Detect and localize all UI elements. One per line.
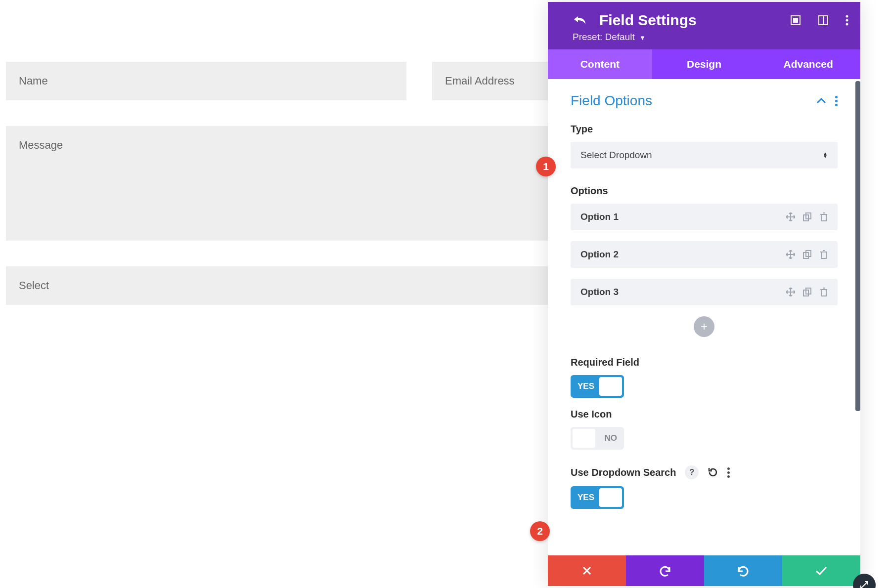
toggle-knob xyxy=(573,429,595,448)
save-button[interactable] xyxy=(782,555,860,586)
use-dropdown-search-row: Use Dropdown Search ? xyxy=(571,465,838,479)
use-dropdown-search-toggle[interactable]: YES xyxy=(571,486,624,509)
field-settings-panel: Field Settings Preset: Default ▼ Content… xyxy=(548,2,860,586)
toggle-knob xyxy=(599,488,622,507)
tab-content[interactable]: Content xyxy=(548,49,652,79)
preset-label: Preset: Default xyxy=(573,32,635,42)
option-actions xyxy=(786,288,828,296)
use-icon-label: Use Icon xyxy=(571,409,838,420)
chevron-up-icon[interactable] xyxy=(816,97,826,104)
expand-icon[interactable] xyxy=(790,15,801,26)
select-placeholder: Select xyxy=(19,279,49,292)
svg-point-5 xyxy=(846,19,848,22)
section-header: Field Options xyxy=(571,93,838,109)
name-placeholder: Name xyxy=(19,75,48,87)
option-label: Option 1 xyxy=(580,211,619,222)
panel-footer xyxy=(548,555,860,586)
required-field-label: Required Field xyxy=(571,357,838,368)
select-field[interactable]: Select xyxy=(6,266,639,305)
panel-header: Field Settings Preset: Default ▼ xyxy=(548,2,860,49)
annotation-dot-2: 2 xyxy=(530,521,550,541)
option-actions xyxy=(786,250,828,259)
option-label: Option 2 xyxy=(580,249,619,260)
scrollbar[interactable] xyxy=(855,81,860,411)
columns-icon[interactable] xyxy=(818,15,829,26)
move-icon[interactable] xyxy=(786,212,795,221)
setting-kebab-icon[interactable] xyxy=(727,467,730,478)
move-icon[interactable] xyxy=(786,250,795,259)
use-dropdown-search-label: Use Dropdown Search xyxy=(571,467,676,478)
tab-design[interactable]: Design xyxy=(652,49,756,79)
svg-line-30 xyxy=(861,582,868,588)
section-kebab-icon[interactable] xyxy=(835,96,838,106)
move-icon[interactable] xyxy=(786,288,795,296)
toggle-knob xyxy=(599,377,622,396)
tab-advanced[interactable]: Advanced xyxy=(756,49,860,79)
add-option-button[interactable]: + xyxy=(694,316,714,337)
section-title[interactable]: Field Options xyxy=(571,93,652,109)
option-label: Option 3 xyxy=(580,287,619,297)
field-type-select[interactable]: Select Dropdown ▲▼ xyxy=(571,142,838,168)
panel-tabs: Content Design Advanced xyxy=(548,49,860,79)
required-toggle[interactable]: YES xyxy=(571,375,624,398)
field-type-value: Select Dropdown xyxy=(580,150,652,161)
type-label: Type xyxy=(571,124,838,135)
panel-title: Field Settings xyxy=(599,12,697,29)
svg-point-6 xyxy=(846,23,848,26)
message-field[interactable]: Message xyxy=(6,126,639,241)
help-icon[interactable]: ? xyxy=(685,465,699,479)
email-placeholder: Email Address xyxy=(445,75,515,87)
reset-icon[interactable] xyxy=(708,467,718,478)
trash-icon[interactable] xyxy=(820,288,828,296)
redo-button[interactable] xyxy=(704,555,782,586)
toggle-text: YES xyxy=(578,381,594,391)
duplicate-icon[interactable] xyxy=(803,288,812,296)
svg-rect-19 xyxy=(821,252,826,258)
undo-button[interactable] xyxy=(626,555,704,586)
use-icon-toggle[interactable]: NO xyxy=(571,427,624,450)
option-actions xyxy=(786,212,828,221)
toggle-text: NO xyxy=(605,433,618,443)
svg-point-4 xyxy=(846,15,848,18)
caret-down-icon: ▼ xyxy=(639,34,646,42)
name-field[interactable]: Name xyxy=(6,62,406,100)
header-left: Field Settings xyxy=(573,12,697,29)
svg-rect-26 xyxy=(821,290,826,296)
option-row[interactable]: Option 2 xyxy=(571,241,838,268)
trash-icon[interactable] xyxy=(820,250,828,259)
back-icon[interactable] xyxy=(573,15,586,26)
sort-icon: ▲▼ xyxy=(823,152,828,158)
option-row[interactable]: Option 3 xyxy=(571,279,838,305)
toggle-text: YES xyxy=(578,493,594,503)
svg-rect-1 xyxy=(794,18,798,22)
message-placeholder: Message xyxy=(19,139,63,152)
annotation-dot-1: 1 xyxy=(536,157,556,176)
kebab-menu-icon[interactable] xyxy=(846,15,848,26)
header-actions xyxy=(790,15,848,26)
preset-selector[interactable]: Preset: Default ▼ xyxy=(573,32,848,42)
options-label: Options xyxy=(571,185,838,197)
duplicate-icon[interactable] xyxy=(803,212,812,221)
trash-icon[interactable] xyxy=(820,212,828,221)
option-row[interactable]: Option 1 xyxy=(571,204,838,230)
svg-rect-12 xyxy=(821,214,826,221)
cancel-button[interactable] xyxy=(548,555,626,586)
panel-body: Field Options Type Select Dropdown ▲▼ Op… xyxy=(548,79,860,555)
duplicate-icon[interactable] xyxy=(803,250,812,259)
